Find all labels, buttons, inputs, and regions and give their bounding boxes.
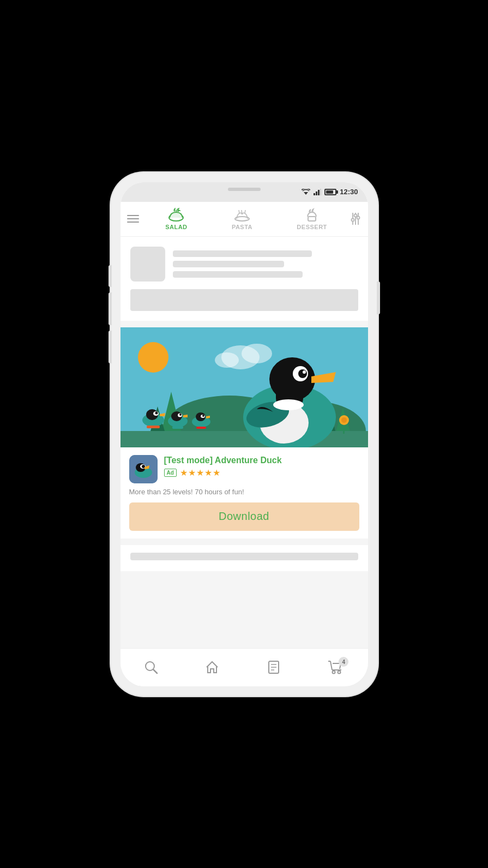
svg-point-24 bbox=[215, 352, 239, 368]
phone-screen: 12:30 SALAD bbox=[121, 182, 368, 686]
svg-point-35 bbox=[341, 417, 347, 423]
ad-description: More than 25 levels! 70 hours of fun! bbox=[129, 488, 359, 496]
ad-badge-stars-row: Ad ★★★★★ bbox=[164, 468, 359, 478]
ad-title: [Test mode] Adventure Duck bbox=[164, 455, 359, 465]
content-placeholder-card bbox=[121, 237, 368, 321]
home-nav-item[interactable] bbox=[205, 660, 219, 674]
category-tabs: SALAD PASTA bbox=[143, 206, 350, 232]
signal-icon bbox=[314, 189, 321, 195]
svg-rect-3 bbox=[318, 190, 320, 195]
salad-icon bbox=[168, 208, 184, 222]
wifi-icon bbox=[302, 189, 310, 195]
ad-info-section: [Test mode] Adventure Duck Ad ★★★★★ More… bbox=[121, 447, 368, 538]
svg-point-17 bbox=[357, 217, 359, 219]
svg-point-11 bbox=[354, 214, 357, 217]
svg-point-58 bbox=[202, 415, 204, 417]
battery-icon bbox=[324, 189, 336, 195]
pasta-label: PASTA bbox=[232, 224, 252, 230]
bottom-placeholder-card bbox=[121, 545, 368, 571]
svg-rect-54 bbox=[172, 426, 183, 429]
svg-point-74 bbox=[333, 671, 335, 674]
phone-frame: 12:30 SALAD bbox=[111, 172, 378, 696]
card-bottom-bar bbox=[130, 289, 358, 311]
power-button bbox=[377, 282, 380, 314]
status-bar: 12:30 bbox=[121, 182, 368, 202]
ad-stars: ★★★★★ bbox=[180, 468, 221, 478]
ad-badge: Ad bbox=[164, 469, 177, 477]
phone-speaker bbox=[228, 188, 261, 191]
svg-point-53 bbox=[179, 414, 182, 416]
svg-point-21 bbox=[138, 342, 168, 373]
cart-nav-item[interactable]: 4 bbox=[328, 660, 344, 674]
svg-point-23 bbox=[242, 344, 272, 363]
volume-up-button bbox=[109, 292, 112, 325]
svg-line-8 bbox=[242, 210, 242, 214]
dessert-icon bbox=[304, 208, 320, 222]
svg-line-66 bbox=[153, 669, 157, 673]
svg-line-72 bbox=[330, 661, 332, 670]
status-time: 12:30 bbox=[340, 188, 358, 196]
svg-point-48 bbox=[155, 411, 158, 414]
tab-pasta[interactable]: PASTA bbox=[225, 206, 259, 232]
card-line-1 bbox=[173, 250, 312, 257]
search-icon bbox=[144, 660, 158, 674]
tab-salad[interactable]: SALAD bbox=[159, 206, 194, 232]
home-icon bbox=[205, 660, 219, 674]
dessert-label: DESSERT bbox=[297, 224, 327, 230]
top-navigation: SALAD PASTA bbox=[121, 202, 368, 237]
hamburger-menu-button[interactable] bbox=[127, 215, 139, 223]
card-thumbnail bbox=[130, 247, 165, 282]
svg-rect-4 bbox=[320, 189, 321, 195]
list-icon bbox=[267, 660, 281, 674]
svg-point-40 bbox=[269, 357, 315, 401]
svg-line-9 bbox=[245, 210, 245, 213]
card-line-3 bbox=[173, 271, 303, 278]
card-text-lines bbox=[173, 247, 358, 282]
svg-rect-59 bbox=[196, 427, 206, 429]
svg-rect-2 bbox=[316, 191, 317, 195]
list-nav-item[interactable] bbox=[267, 660, 281, 674]
svg-rect-1 bbox=[314, 193, 315, 195]
search-nav-item[interactable] bbox=[144, 660, 158, 674]
ad-app-icon bbox=[129, 455, 158, 483]
filter-icon[interactable] bbox=[350, 213, 362, 225]
svg-line-7 bbox=[239, 210, 239, 213]
cart-badge: 4 bbox=[339, 657, 348, 667]
svg-rect-49 bbox=[147, 426, 160, 428]
volume-down-button bbox=[109, 331, 112, 363]
card-line-2 bbox=[173, 261, 284, 267]
ad-card: [Test mode] Adventure Duck Ad ★★★★★ More… bbox=[121, 327, 368, 538]
download-button[interactable]: Download bbox=[129, 502, 359, 531]
svg-point-43 bbox=[303, 370, 306, 374]
svg-rect-27 bbox=[121, 431, 368, 447]
salad-label: SALAD bbox=[165, 224, 187, 230]
ad-banner-image bbox=[121, 327, 368, 447]
ad-title-meta: [Test mode] Adventure Duck Ad ★★★★★ bbox=[164, 455, 359, 478]
main-content: [Test mode] Adventure Duck Ad ★★★★★ More… bbox=[121, 237, 368, 648]
bottom-navigation: 4 bbox=[121, 648, 368, 686]
svg-point-44 bbox=[273, 399, 304, 410]
svg-point-75 bbox=[338, 671, 341, 674]
bottom-bar-placeholder bbox=[130, 553, 358, 560]
tab-dessert[interactable]: DESSERT bbox=[290, 206, 333, 232]
svg-marker-0 bbox=[304, 192, 308, 195]
svg-rect-10 bbox=[308, 217, 316, 221]
volume-silent-button bbox=[109, 265, 112, 287]
svg-point-14 bbox=[351, 219, 354, 222]
pasta-icon bbox=[234, 208, 250, 222]
svg-point-42 bbox=[298, 369, 307, 378]
